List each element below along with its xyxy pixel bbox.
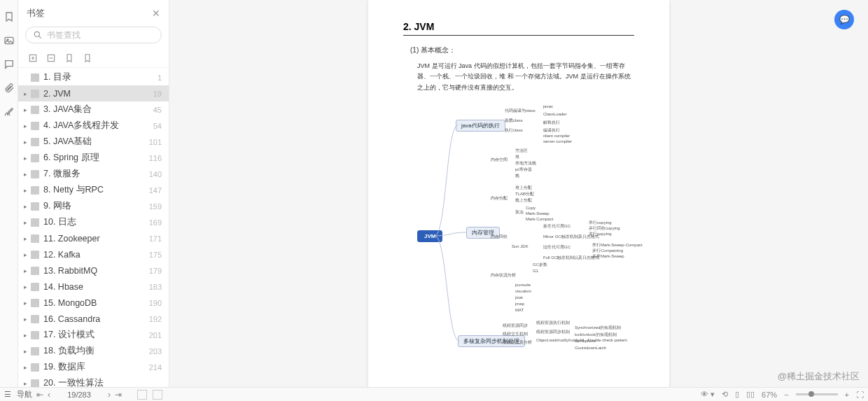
mindmap: JVMjava代码的执行内存管理多核复杂同步机制处理代码编译为class装载cl… — [396, 104, 634, 342]
mindmap-node: jmap — [515, 302, 524, 306]
mindmap-node: server compiler — [543, 139, 572, 143]
mindmap-node: 内存空间 — [491, 157, 507, 163]
sidebar-tools — [18, 49, 169, 68]
rotate-icon[interactable]: ⟲ — [722, 390, 728, 399]
zoom-level[interactable]: 67% — [762, 391, 777, 399]
bookmark-sidebar: 书签 ✕ 1. 目录1▸2. JVM19▸3. JAVA集合45▸4. JAVA… — [18, 0, 169, 387]
mindmap-node: MAT — [515, 308, 524, 312]
zoom-in-button[interactable]: + — [845, 391, 849, 399]
mindmap-node: 线程资源同步 — [503, 323, 528, 329]
attachment-icon[interactable] — [4, 83, 15, 94]
mindmap-node: 装载class — [505, 118, 523, 124]
mindmap-node: G1 — [533, 269, 538, 273]
mindmap-node: java代码的执行 — [456, 120, 505, 132]
mindmap-node: Full GC触发机制以及日志格式 — [543, 255, 599, 261]
chat-icon[interactable] — [4, 59, 15, 70]
page-indicator[interactable]: 19/283 — [55, 391, 104, 399]
bookmark-item[interactable]: ▸11. Zookeeper171 — [18, 230, 169, 246]
bookmark-tool2-icon[interactable] — [83, 53, 92, 63]
bookmark-list[interactable]: 1. 目录1▸2. JVM19▸3. JAVA集合45▸4. JAVA多线程并发… — [18, 68, 169, 387]
bookmark-item[interactable]: ▸5. JAVA基础101 — [18, 134, 169, 150]
mindmap-node: jconsole — [515, 283, 531, 287]
mindmap-node: 并发Mark-Sweep — [592, 253, 624, 260]
mindmap-node: 并行copying — [589, 231, 612, 237]
mindmap-node: 栈上分配 — [515, 197, 532, 204]
next-page-button[interactable]: › — [108, 390, 111, 400]
mindmap-node: 堆上分配 — [515, 185, 532, 191]
bookmark-item[interactable]: ▸3. JAVA集合45 — [18, 101, 169, 118]
bookmark-item[interactable]: ▸4. JAVA多线程并发54 — [18, 118, 169, 134]
mindmap-node: 线程状态及分析 — [503, 339, 532, 346]
single-page-icon[interactable]: ▯ — [735, 390, 739, 399]
bookmark-tool-icon[interactable] — [64, 53, 74, 63]
bookmark-item[interactable]: ▸8. Netty 与RPC147 — [18, 182, 169, 198]
search-icon — [33, 30, 43, 40]
sidebar-title: 书签 — [27, 7, 45, 20]
mindmap-node: 解释执行 — [543, 120, 560, 126]
prev-page-button[interactable]: ‹ — [48, 390, 50, 400]
mindmap-node: semaphore — [575, 339, 596, 343]
search-field[interactable] — [47, 30, 154, 40]
facing-page-icon[interactable]: ▯▯ — [746, 390, 755, 399]
fullscreen-icon[interactable]: ⛶ — [856, 391, 864, 399]
bookmark-item[interactable]: ▸9. 网络159 — [18, 198, 169, 214]
zoom-slider[interactable] — [796, 393, 838, 395]
left-rail — [0, 0, 18, 387]
bookmark-item[interactable]: ▸10. 日志169 — [18, 214, 169, 230]
view-mode-icon[interactable]: 👁 ▾ — [701, 390, 715, 399]
collapse-all-icon[interactable] — [46, 53, 56, 63]
bookmark-item[interactable]: ▸15. MongoDB190 — [18, 295, 169, 311]
list-icon[interactable]: ☰ — [4, 390, 11, 399]
bookmark-item[interactable]: ▸18. 负载均衡203 — [18, 343, 169, 359]
mindmap-node: Sun JDK — [512, 244, 528, 248]
mindmap-node: Copy — [526, 206, 536, 210]
mindmap-node: 内存回收 — [491, 234, 507, 240]
mindmap-node: 线程资源执行机制 — [536, 320, 570, 326]
zoom-out-button[interactable]: − — [784, 391, 788, 399]
bookmark-item[interactable]: ▸12. Kafka175 — [18, 246, 169, 262]
page-body: JVM 是可运行 Java 代码的假想计算机，包括一套字节码指令集、一组寄存器、… — [417, 61, 634, 93]
bookmark-item[interactable]: ▸20. 一致性算法 — [18, 375, 169, 387]
mindmap-node: 线程资源同步机制 — [536, 329, 570, 335]
mindmap-node: lock/unlock的实现机制 — [575, 332, 617, 338]
expand-all-icon[interactable] — [28, 53, 38, 63]
bookmark-item[interactable]: ▸7. 微服务140 — [18, 166, 169, 182]
mindmap-node: 方法区 — [515, 148, 528, 154]
layout-btn-2[interactable] — [153, 390, 162, 400]
mindmap-node: JVM — [417, 230, 442, 242]
mindmap-node: javac — [543, 104, 553, 108]
bookmark-item[interactable]: ▸14. Hbase183 — [18, 279, 169, 295]
mindmap-node: visualvm — [515, 289, 531, 293]
mindmap-node: 栈 — [515, 173, 519, 179]
signature-icon[interactable] — [4, 106, 15, 118]
layout-btn-1[interactable] — [137, 390, 147, 400]
bookmark-item[interactable]: ▸13. RabbitMQ179 — [18, 262, 169, 279]
bookmark-item[interactable]: ▸16. Cassandra192 — [18, 311, 169, 327]
bookmark-item[interactable]: 1. 目录1 — [18, 69, 169, 85]
mindmap-node: 代码编译为class — [505, 108, 536, 114]
bookmark-item[interactable]: ▸2. JVM19 — [18, 85, 169, 101]
bookmark-item[interactable]: ▸19. 数据库214 — [18, 359, 169, 375]
page-heading: 2. JVM — [403, 21, 634, 36]
mindmap-node: 本地方法栈 — [515, 160, 536, 167]
float-help-button[interactable]: 💬 — [834, 10, 854, 29]
mindmap-node: 内存状况分析 — [491, 272, 516, 279]
bookmark-item[interactable]: ▸17. 设计模式201 — [18, 327, 169, 343]
bookmark-item[interactable]: ▸6. Spring 原理116 — [18, 150, 169, 166]
last-page-button[interactable]: ⇥ — [115, 390, 122, 400]
mindmap-node: Mark-Compact — [526, 217, 553, 221]
page-subheading: (1) 基本概念： — [410, 45, 634, 55]
first-page-button[interactable]: ⇤ — [36, 390, 43, 400]
mindmap-node: CountdownLatch — [575, 346, 606, 350]
mindmap-node: ClassLoader — [543, 112, 567, 116]
svg-point-2 — [34, 31, 39, 36]
document-viewport[interactable]: 2. JVM (1) 基本概念： JVM 是可运行 Java 代码的假想计算机，… — [169, 0, 868, 387]
search-input[interactable] — [25, 27, 162, 43]
close-icon[interactable]: ✕ — [152, 8, 160, 19]
image-icon[interactable] — [4, 35, 15, 46]
bookmark-icon[interactable] — [4, 11, 15, 22]
mindmap-node: 旧生代可用GC — [543, 244, 570, 251]
mindmap-node: pc寄存器 — [515, 167, 532, 173]
page: 2. JVM (1) 基本概念： JVM 是可运行 Java 代码的假想计算机，… — [368, 0, 669, 387]
watermark: @稀土掘金技术社区 — [778, 370, 860, 383]
